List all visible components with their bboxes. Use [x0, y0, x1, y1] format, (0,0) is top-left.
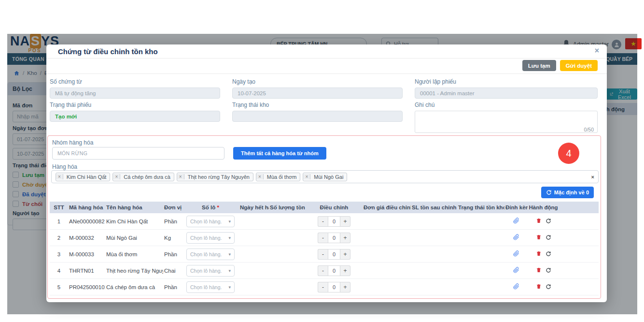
group-select[interactable]: [52, 147, 224, 160]
decrement-button[interactable]: -: [318, 233, 328, 243]
increment-button[interactable]: +: [340, 216, 350, 227]
delete-icon[interactable]: [534, 250, 544, 257]
reset-row-icon[interactable]: [544, 267, 553, 273]
doc-number-label: Số chứng từ: [50, 78, 220, 85]
decrement-button[interactable]: -: [318, 216, 328, 227]
remove-tag-icon[interactable]: ×: [256, 174, 264, 179]
remove-tag-icon[interactable]: ×: [303, 174, 310, 179]
chevron-down-icon: ▾: [228, 252, 231, 257]
item-unit: Kg: [163, 235, 182, 241]
lot-select[interactable]: Chọn lô hàng.▾: [186, 232, 235, 244]
increment-button[interactable]: +: [340, 282, 350, 293]
remove-tag-icon[interactable]: ×: [113, 174, 120, 179]
delete-icon[interactable]: [534, 283, 544, 290]
inventory-adjustment-modal: Chứng từ điều chỉnh tồn kho × Lưu tạm Gử…: [46, 44, 607, 302]
attachment-icon[interactable]: [511, 234, 521, 240]
row-index: 4: [50, 268, 68, 274]
document-form: Số chứng từ Ngày tạo 10-07-2025 Người lậ…: [50, 75, 598, 135]
creator-value: 00001 - Admin master: [415, 88, 598, 99]
remove-tag-icon[interactable]: ×: [177, 174, 184, 179]
item-name: Cá chép ôm dưa cà: [105, 284, 163, 290]
attachment-icon[interactable]: [511, 218, 521, 224]
adjust-value[interactable]: 0: [328, 249, 340, 260]
doc-status-value: Tạo mới: [50, 111, 220, 122]
reset-row-icon[interactable]: [544, 251, 553, 257]
creator-label: Người lập phiếu: [415, 78, 598, 85]
item-unit: Phần: [163, 251, 182, 257]
close-icon[interactable]: ×: [595, 46, 599, 55]
add-all-from-group-button[interactable]: Thêm tất cả hàng hóa từ nhóm: [233, 147, 326, 160]
table-header-row: STT Mã hàng hóa Tên hàng hóa Đơn vị Số l…: [50, 202, 599, 213]
annotation-badge: 4: [558, 143, 579, 164]
lot-select[interactable]: Chọn lô hàng.▾: [186, 249, 235, 260]
reset-row-icon[interactable]: [544, 234, 553, 240]
reset-row-icon[interactable]: [544, 218, 553, 224]
reset-to-zero-button[interactable]: Mặc định về 0: [541, 187, 594, 198]
items-multiselect[interactable]: ×Kim Chi Hàn Qất ×Cá chép ôm dưa cà ×Thị…: [51, 170, 599, 183]
adjust-stepper: -0+: [318, 216, 350, 227]
decrement-button[interactable]: -: [318, 265, 328, 276]
save-draft-button[interactable]: Lưu tạm: [522, 60, 556, 71]
table-row: 4 THRTN01 Thịt heo rừng Tây Nguyên Chai …: [50, 263, 599, 279]
item-unit: Chai: [163, 268, 182, 274]
table-row: 1 ANe00000082 Kim Chi Hàn Qất Phần Chọn …: [50, 213, 599, 230]
lot-select[interactable]: Chọn lô hàng.▾: [186, 216, 235, 227]
table-row: 2 M-000032 Mùi Ngò Gai Kg Chọn lô hàng.▾…: [50, 230, 599, 246]
item-unit: Phần: [163, 284, 182, 290]
increment-button[interactable]: +: [340, 265, 350, 276]
row-index: 2: [50, 235, 68, 241]
item-tag: ×Cá chép ôm dưa cà: [112, 173, 174, 181]
chevron-down-icon: ▾: [228, 219, 231, 224]
row-index: 1: [50, 219, 68, 224]
item-name: Mùa ổi thơm: [105, 251, 163, 257]
item-code: M-000033: [68, 251, 105, 257]
delete-icon[interactable]: [534, 218, 544, 224]
chevron-down-icon: ▾: [228, 235, 231, 240]
delete-icon[interactable]: [534, 267, 544, 273]
doc-number-input: [50, 88, 220, 99]
adjust-value[interactable]: 0: [328, 265, 340, 276]
modal-title: Chứng từ điều chỉnh tồn kho: [58, 47, 158, 56]
chevron-down-icon: ▾: [228, 285, 231, 290]
reset-row-icon[interactable]: [544, 284, 553, 290]
remove-tag-icon[interactable]: ×: [56, 174, 63, 179]
doc-status-label: Trạng thái phiếu: [50, 102, 220, 108]
item-name: Thịt heo rừng Tây Nguyên: [105, 268, 163, 274]
adjust-stepper: -0+: [318, 249, 350, 260]
note-textarea[interactable]: [415, 111, 598, 133]
attachment-icon[interactable]: [511, 267, 521, 273]
submit-approval-button[interactable]: Gửi duyệt: [560, 60, 598, 71]
adjust-value[interactable]: 0: [328, 216, 340, 227]
decrement-button[interactable]: -: [318, 282, 328, 293]
created-date-value: 10-07-2025: [232, 88, 403, 99]
attachment-icon[interactable]: [511, 250, 521, 257]
adjust-value[interactable]: 0: [328, 282, 340, 293]
item-tag: ×Mùa ổi thơm: [256, 173, 300, 181]
items-table: STT Mã hàng hóa Tên hàng hóa Đơn vị Số l…: [50, 202, 599, 295]
delete-icon[interactable]: [534, 234, 544, 240]
table-row: 3 M-000033 Mùa ổi thơm Phần Chọn lô hàng…: [50, 246, 599, 263]
required-marker: *: [217, 205, 219, 210]
created-date-label: Ngày tạo: [232, 78, 403, 85]
adjust-stepper: -0+: [318, 233, 350, 243]
item-tag: ×Thịt heo rừng Tây Nguyên: [177, 173, 253, 181]
adjust-stepper: -0+: [318, 265, 350, 276]
adjust-value[interactable]: 0: [328, 233, 340, 243]
clear-all-tags-icon[interactable]: ×: [591, 174, 594, 180]
item-tag: ×Kim Chi Hàn Qất: [56, 173, 110, 181]
row-index: 3: [50, 251, 68, 257]
lot-select[interactable]: Chọn lô hàng.▾: [186, 265, 235, 277]
increment-button[interactable]: +: [340, 233, 350, 243]
item-code: ANe00000082: [68, 219, 105, 224]
stock-status-value: [232, 111, 403, 122]
items-section: Nhóm hàng hóa Thêm tất cả hàng hóa từ nh…: [47, 135, 601, 299]
lot-select[interactable]: Chọn lô hàng.▾: [186, 281, 235, 293]
chevron-down-icon: ▾: [228, 268, 231, 273]
items-label: Hàng hóa: [52, 163, 77, 170]
group-label: Nhóm hàng hóa: [52, 139, 93, 146]
refresh-icon: [546, 190, 552, 195]
decrement-button[interactable]: -: [318, 249, 328, 260]
increment-button[interactable]: +: [340, 249, 350, 260]
stock-status-label: Trạng thái kho: [232, 102, 403, 108]
attachment-icon[interactable]: [511, 283, 521, 290]
